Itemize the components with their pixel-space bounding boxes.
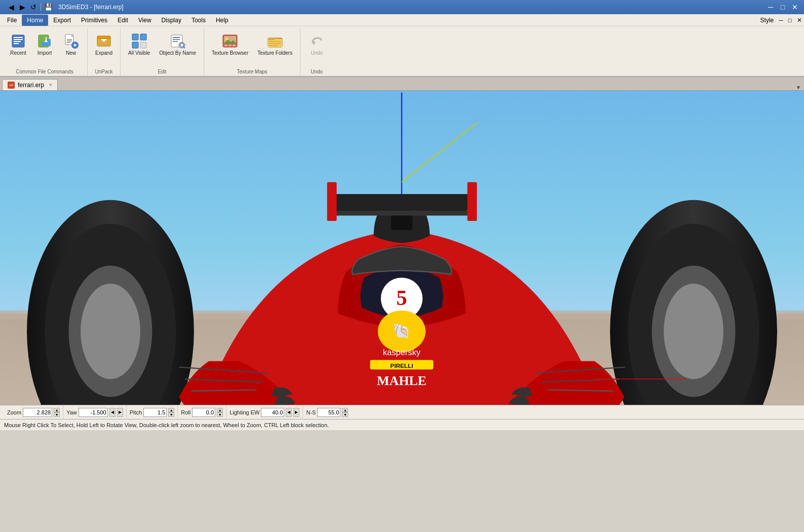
svg-rect-47 [269, 45, 278, 46]
pitch-up[interactable]: ▲ [168, 408, 174, 412]
pitch-field: Pitch ▲ ▼ [127, 405, 178, 419]
ribbon-group-undo: Undo Undo [300, 28, 333, 76]
tab-ferrari[interactable]: 🏎 ferrari.erp × [2, 79, 58, 90]
lighting-ew-prev[interactable]: ◀ [286, 408, 292, 417]
ribbon-group-edit: All Visible Object [121, 28, 204, 76]
ribbon: Recent Import [0, 26, 804, 77]
ns-input[interactable] [317, 408, 340, 417]
svg-point-57 [81, 284, 140, 379]
tab-dropdown[interactable]: ▼ [793, 85, 804, 90]
back-button[interactable]: ◀ [6, 2, 16, 12]
undo-label: Undo [311, 50, 323, 56]
svg-point-61 [664, 284, 723, 379]
pitch-input[interactable] [143, 408, 167, 417]
roll-input[interactable] [192, 408, 215, 417]
menu-export[interactable]: Export [48, 15, 76, 26]
ribbon-btn-object-by-name[interactable]: Object By Name [156, 30, 200, 59]
ns-up[interactable]: ▲ [342, 408, 348, 412]
ribbon-btn-texture-browser[interactable]: Texture Browser [208, 30, 252, 59]
svg-rect-85 [334, 194, 469, 211]
ribbon-btn-undo[interactable]: Undo [304, 30, 329, 59]
svg-rect-101 [328, 262, 332, 282]
svg-rect-23 [132, 34, 138, 40]
unpack-label: UnPack [92, 68, 116, 76]
minimize-button[interactable]: ─ [765, 3, 776, 12]
svg-rect-40 [228, 45, 232, 46]
svg-rect-4 [14, 43, 19, 44]
texture-browser-icon [222, 33, 238, 49]
all-visible-icon [131, 33, 147, 49]
svg-line-33 [183, 47, 185, 48]
quick-access-toolbar: ◀ ▶ ↺ 💾 [4, 1, 55, 13]
tab-bar: 🏎 ferrari.erp × ▼ [0, 78, 804, 91]
pitch-spinner: ▲ ▼ [168, 408, 174, 417]
svg-text:5: 5 [396, 286, 407, 310]
menu-file[interactable]: File [2, 15, 22, 26]
ribbon-btn-recent[interactable]: Recent [6, 30, 30, 59]
yaw-prev[interactable]: ◀ [109, 408, 116, 417]
menu-display[interactable]: Display [157, 15, 186, 26]
svg-rect-14 [67, 42, 70, 43]
lighting-ew-next[interactable]: ▶ [293, 408, 299, 417]
menu-tools[interactable]: Tools [186, 15, 211, 26]
tab-close-button[interactable]: × [49, 82, 52, 88]
zoom-down[interactable]: ▼ [54, 412, 60, 417]
menu-primitives[interactable]: Primitives [76, 15, 112, 26]
svg-rect-8 [46, 37, 47, 42]
viewport: 5 🐚 kaspersky PIRELLI MAHLE 🐚 V-Power 🐚 … [0, 91, 804, 405]
refresh-button[interactable]: ↺ [28, 2, 39, 12]
roll-field: Roll ▲ ▼ [178, 405, 226, 419]
window-title: 3DSimED3 - [ferrari.erp] [58, 4, 124, 11]
svg-rect-13 [67, 41, 72, 42]
zoom-input[interactable] [23, 408, 52, 417]
new-label: New [66, 50, 76, 56]
ribbon-group-items-texture: Texture Browser Texture Folders [208, 28, 296, 68]
svg-rect-28 [173, 37, 180, 38]
svg-rect-17 [74, 44, 75, 47]
forward-button[interactable]: ▶ [17, 2, 27, 12]
bottom-status: Mouse Right Click To Select, Hold Left t… [0, 419, 804, 430]
yaw-input[interactable] [79, 408, 108, 417]
roll-down[interactable]: ▼ [217, 412, 223, 417]
svg-text:PIRELLI: PIRELLI [390, 362, 413, 369]
texture-folders-icon [267, 33, 283, 49]
svg-rect-44 [268, 38, 274, 40]
svg-rect-86 [328, 211, 475, 215]
lighting-ew-label: Lighting EW [229, 409, 259, 415]
ribbon-group-items-undo: Undo [304, 28, 329, 68]
recent-icon [10, 33, 26, 49]
menu-help[interactable]: Help [211, 15, 234, 26]
ns-label: N-S [306, 409, 316, 415]
svg-rect-3 [14, 41, 21, 42]
3d-scene: 5 🐚 kaspersky PIRELLI MAHLE 🐚 V-Power 🐚 … [0, 91, 804, 405]
ribbon-group-items-file: Recent Import [6, 28, 83, 68]
ribbon-btn-expand[interactable]: Expand [92, 30, 116, 59]
yaw-next[interactable]: ▶ [117, 408, 123, 417]
expand-icon [96, 33, 112, 49]
undo-icon [309, 33, 325, 49]
ribbon-btn-texture-folders[interactable]: Texture Folders [254, 30, 296, 59]
roll-up[interactable]: ▲ [217, 408, 223, 412]
svg-rect-46 [269, 43, 281, 44]
svg-rect-102 [472, 262, 475, 282]
save-button[interactable]: 💾 [43, 2, 53, 12]
maximize-button[interactable]: □ [778, 3, 788, 12]
menu-view[interactable]: View [133, 15, 157, 26]
menu-bar: File Home Export Primitives Edit View Di… [0, 14, 804, 26]
pitch-down[interactable]: ▼ [168, 412, 174, 417]
ns-down[interactable]: ▼ [342, 412, 348, 417]
menu-home[interactable]: Home [22, 15, 48, 26]
svg-text:MAHLE: MAHLE [377, 373, 427, 388]
lighting-ew-input[interactable] [261, 408, 284, 417]
svg-rect-1 [14, 37, 23, 38]
svg-rect-103 [292, 284, 328, 292]
ribbon-btn-all-visible[interactable]: All Visible [125, 30, 154, 59]
menu-edit[interactable]: Edit [112, 15, 133, 26]
zoom-up[interactable]: ▲ [54, 408, 60, 412]
ribbon-group-unpack: Expand UnPack [88, 28, 121, 76]
close-button[interactable]: ✕ [790, 3, 800, 12]
status-text: Mouse Right Click To Select, Hold Left t… [4, 422, 329, 428]
ribbon-btn-import[interactable]: Import [32, 30, 57, 59]
svg-rect-30 [173, 41, 178, 42]
ribbon-btn-new[interactable]: New [59, 30, 83, 59]
